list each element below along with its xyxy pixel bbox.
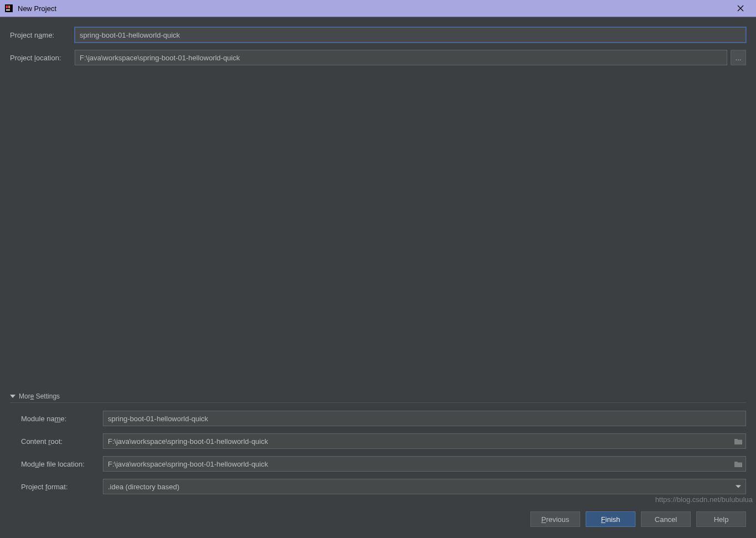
- more-settings-block: Module name: Content root: Module file l…: [10, 411, 746, 501]
- app-icon: [4, 4, 13, 13]
- cancel-button[interactable]: Cancel: [641, 511, 691, 527]
- more-settings-toggle[interactable]: More Settings: [10, 392, 746, 403]
- module-file-location-label: Module file location:: [21, 460, 103, 468]
- project-location-row: Project location: ...: [10, 50, 746, 65]
- ellipsis-icon: ...: [736, 54, 742, 62]
- close-icon: [737, 5, 744, 12]
- svg-rect-2: [6, 6, 8, 8]
- content-root-input[interactable]: [103, 433, 746, 449]
- more-settings-label: More Settings: [19, 392, 60, 400]
- finish-button[interactable]: Finish: [586, 511, 635, 527]
- spacer: [10, 73, 746, 392]
- module-name-row: Module name:: [21, 411, 746, 426]
- content-root-row: Content root:: [21, 433, 746, 449]
- project-format-label: Project format:: [21, 483, 103, 491]
- content-root-label: Content root:: [21, 437, 103, 446]
- window-title: New Project: [18, 4, 729, 13]
- folder-icon: [734, 438, 743, 445]
- project-name-input[interactable]: [75, 27, 746, 43]
- module-file-location-browse-button[interactable]: [733, 459, 744, 468]
- window-close-button[interactable]: [729, 0, 752, 17]
- svg-rect-1: [6, 9, 10, 11]
- module-name-input[interactable]: [103, 411, 746, 426]
- title-bar: New Project: [0, 0, 756, 17]
- project-name-label: Project name:: [10, 31, 75, 39]
- module-name-label: Module name:: [21, 415, 103, 423]
- button-bar: Previous Finish Cancel Help: [10, 501, 746, 538]
- help-button[interactable]: Help: [696, 511, 746, 527]
- module-file-location-input[interactable]: [103, 456, 746, 472]
- chevron-down-icon: [10, 395, 15, 398]
- content-root-browse-button[interactable]: [733, 437, 744, 446]
- project-format-value: .idea (directory based): [108, 483, 179, 491]
- folder-icon: [734, 461, 743, 468]
- project-location-label: Project location:: [10, 54, 75, 62]
- chevron-down-icon: [736, 485, 741, 488]
- dialog-content: Project name: Project location: ... More…: [0, 17, 756, 538]
- svg-rect-3: [8, 6, 10, 8]
- project-format-select[interactable]: .idea (directory based): [103, 479, 746, 494]
- module-file-location-row: Module file location:: [21, 456, 746, 472]
- project-format-row: Project format: .idea (directory based): [21, 479, 746, 494]
- previous-button[interactable]: Previous: [530, 511, 580, 527]
- project-location-input[interactable]: [75, 50, 727, 65]
- project-name-row: Project name:: [10, 27, 746, 43]
- project-location-browse-button[interactable]: ...: [731, 50, 746, 65]
